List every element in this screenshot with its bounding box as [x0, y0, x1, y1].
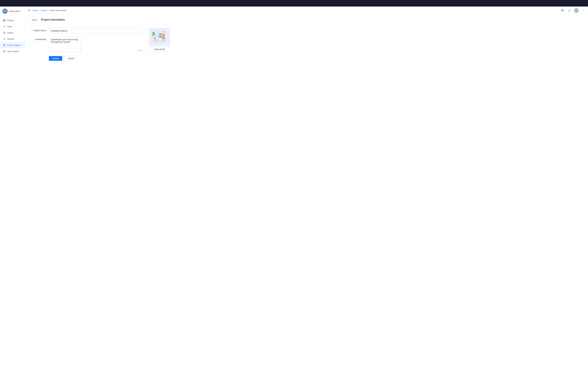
cancel-button[interactable]: Cancel — [64, 56, 78, 61]
back-label: Back — [32, 19, 37, 21]
sidebar-item-project-option[interactable]: Project Option — [0, 42, 25, 48]
sidebar-nav: Project Case Defect Module — [0, 16, 25, 368]
breadcrumb-project[interactable]: Project — [41, 9, 47, 12]
svg-rect-36 — [163, 36, 164, 39]
org-selector[interactable]: LC Lihua Cat A... ▾ — [0, 7, 25, 16]
svg-rect-2 — [3, 20, 4, 21]
header-actions: dm ▾ — [560, 8, 585, 13]
sidebar-item-label: Case — [7, 25, 12, 28]
introduction-row: Introduction Lightweight open-source bug… — [29, 37, 144, 53]
breadcrumb-home[interactable]: Home — [33, 9, 38, 12]
user-avatar[interactable]: dm — [574, 8, 579, 13]
sidebar-item-case[interactable]: Case — [0, 23, 25, 30]
project-name-row: * Project Name — [29, 28, 144, 34]
page-content: ← Back Project Information * Project Nam… — [25, 14, 588, 368]
icon-illustration — [150, 29, 169, 45]
form-area: * Project Name Introduction Lightweight … — [29, 28, 584, 61]
svg-rect-18 — [3, 50, 5, 52]
select-icon-button[interactable]: Select ICON — [149, 47, 170, 51]
svg-rect-0 — [3, 19, 4, 20]
chevron-down-icon: ▾ — [22, 10, 23, 12]
sidebar: LC Lihua Cat A... ▾ Project Case — [0, 7, 25, 368]
user-chevron-down-icon[interactable]: ▾ — [581, 8, 585, 13]
sidebar-item-module[interactable]: Module — [0, 36, 25, 42]
svg-point-27 — [163, 31, 164, 32]
sidebar-item-label: Project — [7, 19, 14, 22]
svg-point-35 — [162, 34, 165, 36]
top-bar — [0, 0, 588, 7]
svg-point-28 — [164, 33, 165, 34]
char-count: 45/255 — [137, 50, 142, 52]
sidebar-item-project[interactable]: Project — [0, 17, 25, 23]
header-bar: Home / Project / Basic Information dm ▾ — [25, 7, 588, 14]
settings-icon — [3, 44, 6, 46]
sidebar-item-team-option[interactable]: Team Option — [0, 48, 25, 55]
project-name-input[interactable] — [49, 28, 144, 34]
main-content: Home / Project / Basic Information dm ▾ — [25, 7, 588, 368]
svg-rect-34 — [159, 37, 162, 37]
sidebar-item-label: Project Option — [7, 44, 21, 46]
svg-line-24 — [570, 9, 570, 10]
svg-rect-1 — [4, 19, 5, 20]
update-button[interactable]: Update — [49, 56, 62, 61]
page-header-row: ← Back Project Information — [29, 18, 584, 24]
case-icon — [3, 25, 6, 28]
project-icon — [3, 19, 6, 22]
textarea-wrapper: Lightweight open-source bug management s… — [49, 37, 144, 53]
team-icon — [3, 50, 6, 53]
svg-line-25 — [568, 11, 569, 11]
form-fields: * Project Name Introduction Lightweight … — [29, 28, 144, 61]
github-icon[interactable] — [560, 8, 565, 13]
fullscreen-icon[interactable] — [567, 8, 572, 13]
icon-selector: Select ICON — [149, 28, 170, 51]
sidebar-item-defect[interactable]: Defect — [0, 30, 25, 36]
breadcrumb-sep: / — [39, 9, 40, 12]
org-name: Lihua Cat A... — [9, 10, 22, 12]
module-icon — [3, 37, 6, 40]
defect-icon — [3, 31, 6, 34]
sidebar-item-label: Team Option — [7, 50, 19, 53]
breadcrumb: Home / Project / Basic Information — [33, 9, 560, 12]
back-button[interactable]: ← Back — [29, 18, 37, 21]
breadcrumb-sep: / — [48, 9, 49, 12]
introduction-textarea[interactable]: Lightweight open-source bug management s… — [49, 37, 81, 52]
back-arrow-icon: ← — [29, 18, 32, 21]
svg-point-10 — [4, 32, 5, 33]
svg-point-17 — [4, 45, 4, 46]
sidebar-item-label: Defect — [7, 32, 13, 34]
form-actions: Update Cancel — [29, 56, 144, 61]
sidebar-item-label: Module — [7, 38, 14, 40]
project-name-label: * Project Name — [29, 28, 49, 32]
breadcrumb-current: Basic Information — [50, 9, 66, 12]
svg-rect-3 — [4, 20, 5, 21]
avatar: LC — [2, 9, 8, 14]
page-title: Project Information — [41, 18, 65, 21]
menu-icon[interactable] — [28, 9, 31, 12]
icon-preview — [149, 28, 170, 46]
svg-point-33 — [160, 33, 161, 35]
svg-point-37 — [154, 37, 156, 39]
introduction-label: Introduction — [29, 37, 49, 41]
